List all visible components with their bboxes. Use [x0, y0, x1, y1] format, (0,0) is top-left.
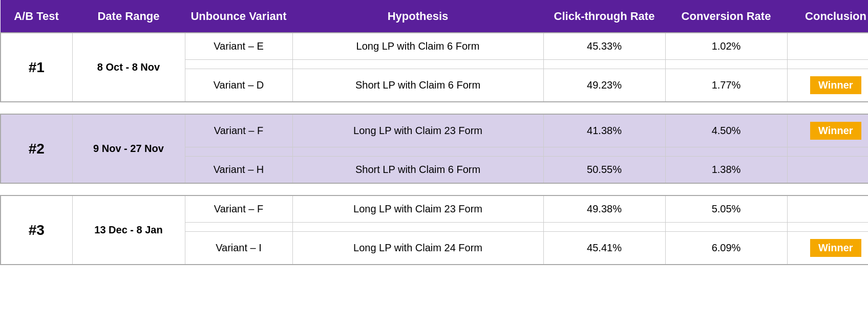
variant: [185, 147, 292, 157]
conclusion: [787, 60, 868, 69]
hypothesis: [292, 223, 543, 232]
conclusion: [787, 33, 868, 60]
click-through-rate: [543, 223, 665, 232]
hypothesis: Long LP with Claim 6 Form: [292, 33, 543, 60]
header-conclusion: Conclusion: [787, 1, 868, 33]
variant: Variant – E: [185, 33, 292, 60]
header-date: Date Range: [72, 1, 185, 33]
winner-badge: Winner: [810, 76, 861, 94]
header-hypothesis: Hypothesis: [292, 1, 543, 33]
table-row: #313 Dec - 8 JanVariant – FLong LP with …: [1, 195, 868, 223]
table-row: #29 Nov - 27 NovVariant – FLong LP with …: [1, 114, 868, 147]
variant: [185, 223, 292, 232]
winner-badge: Winner: [810, 122, 861, 140]
variant: Variant – I: [185, 232, 292, 265]
variant: Variant – F: [185, 195, 292, 223]
conclusion: Winner: [787, 69, 868, 102]
variant: [185, 60, 292, 69]
conclusion: [787, 195, 868, 223]
hypothesis: Short LP with Claim 6 Form: [292, 157, 543, 184]
conversion-rate: [665, 60, 787, 69]
ab-test-table: A/B Test Date Range Unbounce Variant Hyp…: [0, 0, 868, 265]
header-variant: Unbounce Variant: [185, 1, 292, 33]
header-ctr: Click-through Rate: [543, 1, 665, 33]
click-through-rate: [543, 60, 665, 69]
ab-test-id: #1: [1, 33, 72, 102]
hypothesis: [292, 147, 543, 157]
variant: Variant – H: [185, 157, 292, 184]
click-through-rate: 45.33%: [543, 33, 665, 60]
conversion-rate: 1.38%: [665, 157, 787, 184]
hypothesis: Short LP with Claim 6 Form: [292, 69, 543, 102]
conversion-rate: [665, 223, 787, 232]
ab-test-id: #2: [1, 114, 72, 183]
conclusion: Winner: [787, 114, 868, 147]
click-through-rate: 41.38%: [543, 114, 665, 147]
hypothesis: Long LP with Claim 24 Form: [292, 232, 543, 265]
click-through-rate: 45.41%: [543, 232, 665, 265]
conclusion: [787, 157, 868, 184]
variant: Variant – D: [185, 69, 292, 102]
group-separator: [1, 183, 868, 195]
winner-badge: Winner: [810, 239, 861, 257]
hypothesis: Long LP with Claim 23 Form: [292, 195, 543, 223]
click-through-rate: [543, 147, 665, 157]
click-through-rate: 49.38%: [543, 195, 665, 223]
conversion-rate: 5.05%: [665, 195, 787, 223]
table-row: #18 Oct - 8 NovVariant – ELong LP with C…: [1, 33, 868, 60]
group-separator: [1, 102, 868, 114]
conversion-rate: 1.02%: [665, 33, 787, 60]
conclusion: [787, 147, 868, 157]
hypothesis: [292, 60, 543, 69]
hypothesis: Long LP with Claim 23 Form: [292, 114, 543, 147]
conversion-rate: 1.77%: [665, 69, 787, 102]
date-range: 8 Oct - 8 Nov: [72, 33, 185, 102]
date-range: 9 Nov - 27 Nov: [72, 114, 185, 183]
conversion-rate: 6.09%: [665, 232, 787, 265]
header-ab: A/B Test: [1, 1, 72, 33]
header-cvr: Conversion Rate: [665, 1, 787, 33]
conclusion: Winner: [787, 232, 868, 265]
conversion-rate: [665, 147, 787, 157]
conclusion: [787, 223, 868, 232]
date-range: 13 Dec - 8 Jan: [72, 195, 185, 265]
header-row: A/B Test Date Range Unbounce Variant Hyp…: [1, 1, 868, 33]
ab-test-id: #3: [1, 195, 72, 265]
variant: Variant – F: [185, 114, 292, 147]
click-through-rate: 49.23%: [543, 69, 665, 102]
conversion-rate: 4.50%: [665, 114, 787, 147]
click-through-rate: 50.55%: [543, 157, 665, 184]
